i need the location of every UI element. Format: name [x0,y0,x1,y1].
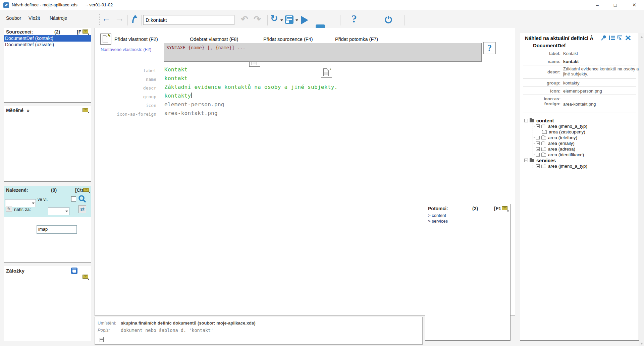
tree-item[interactable]: area (adresa) [533,146,637,152]
collapse-expander-icon[interactable] [524,119,528,122]
address-input[interactable] [143,15,234,25]
toolbar-separator [127,15,128,25]
maximize-button[interactable]: □ [607,0,623,10]
tree-item[interactable]: area (jmeno_a_typ) [533,163,637,169]
forward-icon[interactable]: → [115,14,124,23]
collapse-envelope-icon[interactable] [83,188,89,192]
replace-combo[interactable]: imap [37,225,77,234]
search-icon[interactable] [78,195,87,205]
tree-item[interactable]: area (jmeno_a_typ) [533,123,637,129]
collapse-corner-icon[interactable] [617,35,624,43]
run-icon[interactable] [301,16,308,24]
remove-property-button[interactable]: Odebrat vlastnost (F8) [190,37,238,42]
search-checkbox[interactable] [71,196,76,201]
field-label: descr [99,85,156,91]
toolbar-separator [141,15,142,25]
preview-value: kontakt [563,59,639,64]
printer-icon[interactable] [99,338,104,342]
expand-icon[interactable] [536,141,540,145]
collapse-envelope-icon[interactable] [83,275,88,279]
folder-icon [541,142,546,145]
help-icon[interactable]: ? [352,13,357,25]
add-property-icon[interactable]: ✎ [100,34,111,45]
property-combo[interactable] [48,207,69,215]
close-icon[interactable] [625,35,632,43]
preview-key: icon: [540,89,560,94]
field-label: label [99,68,156,73]
preview-value: Základní evidence kontaktů na osoby a ji… [563,66,639,76]
zalozky-title: Záložky [6,268,24,274]
collapse-expander-icon[interactable] [524,159,528,162]
field-value-name[interactable]: kontakt [164,75,188,81]
undo-icon[interactable]: ↶ [241,15,248,23]
list-icon[interactable] [609,35,615,43]
menu-vlozit[interactable]: Vložit [29,15,40,21]
expand-icon[interactable] [536,147,540,151]
minimize-button[interactable]: – [590,0,605,10]
tree-item[interactable]: area (emaily) [533,140,637,146]
set-properties-label[interactable]: Nastavené vlastnosti: (F2) [101,47,151,52]
menene-expand[interactable]: » [27,108,30,113]
save-icon[interactable] [285,15,293,24]
potomci-item[interactable]: > content [428,213,446,218]
pin-icon[interactable] [600,35,607,43]
expand-icon[interactable] [536,124,540,128]
add-child-button[interactable]: Přidat potomka (F7) [335,37,378,42]
collapse-envelope-icon[interactable] [83,108,88,112]
add-child-icon[interactable]: ↓ [321,67,332,78]
collapse-envelope-icon[interactable] [502,206,507,210]
list-item[interactable]: DocumentDef (uzivatel) [4,42,91,48]
expand-icon[interactable] [536,136,540,139]
expand-icon[interactable] [536,153,540,157]
power-icon[interactable] [384,15,392,25]
expand-icon[interactable] [536,164,540,168]
redo-icon[interactable]: ↷ [254,15,261,23]
field-value-descr[interactable]: Základní evidence kontaktů na osoby a ji… [164,84,338,90]
folder-icon [541,153,546,157]
field-label: icon-as-foreign [99,112,156,117]
add-property-button[interactable]: Přidat vlastnost (F2) [114,37,158,42]
sourozenci-count: (2) [54,29,60,35]
preview-row: label: Kontakt [523,50,636,57]
field-value-icon[interactable]: element-person.png [164,101,224,108]
swap-icon[interactable]: ⇄ [78,205,86,213]
scroll-up-icon[interactable] [640,36,643,38]
up-level-icon[interactable] [131,14,140,25]
tree-group[interactable]: services [524,158,637,163]
save-dropdown-icon[interactable] [296,19,298,21]
tree-item[interactable]: area (identifikace) [533,152,637,158]
collapse-envelope-icon[interactable] [83,30,88,34]
nahr-za-label: nahr. za: [14,207,31,212]
folder-icon [541,165,546,168]
search-area: Nalezené: (0) [Ctr ve vl. ✎ nahr. za: im… [4,186,91,217]
menu-soubor[interactable]: Soubor [6,15,21,21]
toolbar-separator [267,15,268,25]
potomci-item[interactable]: > services [428,219,448,224]
zalozky-panel: Záložky [4,266,91,341]
tree-item[interactable]: area (zastoupeny) [533,129,637,135]
scrollbar[interactable] [639,33,644,346]
scroll-down-icon[interactable] [640,343,643,345]
back-icon[interactable]: ← [102,14,111,23]
tree-group[interactable]: content [524,118,637,123]
tree-item[interactable]: area (telefony) [533,135,637,140]
preview-value: kontakty [563,80,639,85]
preview-key: label: [540,51,560,56]
add-sibling-button[interactable]: Přidat sourozence (F4) [263,37,313,42]
field-value-group[interactable]: kontakty [164,93,192,99]
preview-value: area-kontakt.png [563,102,639,107]
menu-nastroje[interactable]: Nástroje [50,15,67,21]
field-value-icon-as-foreign[interactable]: area-kontakt.png [164,110,218,116]
reload-dropdown-icon[interactable] [280,19,283,21]
menene-title: Měněné [6,108,23,113]
reload-icon[interactable]: ↻ [270,14,278,23]
folder-icon [541,125,546,128]
preview-row: group: kontakty [523,79,636,87]
list-item[interactable]: DocumentDef (kontakt) [4,35,91,42]
syntax-help-button[interactable]: ? [483,42,496,54]
edit-icon[interactable]: ✎ [6,206,12,212]
trash-icon[interactable] [71,268,77,274]
field-value-label[interactable]: Kontakt [164,66,188,73]
close-button[interactable]: ✕ [627,0,642,10]
preview-key: name: [540,59,560,64]
